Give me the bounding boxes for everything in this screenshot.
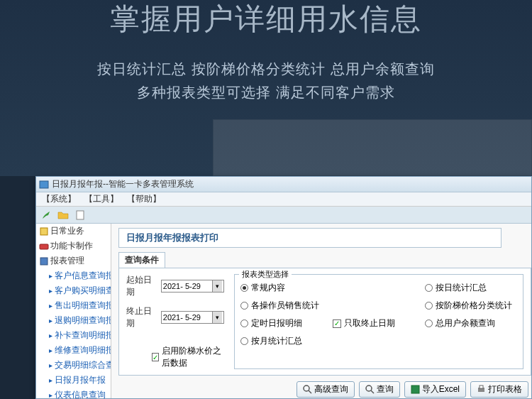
- radio-icon: [240, 284, 248, 292]
- search-header: 查询条件: [118, 252, 165, 268]
- sidebar-item-5[interactable]: ▸维修查询明细报: [46, 343, 111, 358]
- report-icon: [39, 256, 49, 266]
- end-date-label: 终止日期: [126, 305, 155, 329]
- arrow-icon: ▸: [49, 346, 52, 354]
- arrow-icon: ▸: [49, 391, 52, 398]
- date-block: 起始日期 2021- 5-29 ▾ 终止日期 2021- 5-29: [126, 274, 224, 369]
- dropdown-icon[interactable]: ▾: [212, 312, 222, 323]
- report-type-group: 报表类型选择 常规内容 按日统计汇总 各操作员销售统计 按阶梯价格分类统计 定时…: [234, 274, 523, 369]
- card-icon: [39, 241, 49, 251]
- svg-rect-4: [40, 258, 48, 265]
- menu-system[interactable]: 【系统】: [42, 193, 76, 205]
- background-ghost-window: [213, 119, 532, 176]
- end-date-input[interactable]: 2021- 5-29 ▾: [161, 311, 224, 324]
- sidebar-tree: 日常业务 功能卡制作 报表管理 ▸客户信息查询报 ▸客户购买明细查 ▸售出明细查…: [36, 224, 111, 398]
- radio-icon: [425, 302, 433, 310]
- promo-banner: 掌握用户详细用水信息 按日统计汇总 按阶梯价格分类统计 总用户余额查询 多种报表…: [0, 0, 532, 176]
- promo-title: 掌握用户详细用水信息: [0, 0, 532, 37]
- promo-line2: 多种报表类型可选择 满足不同客户需求: [0, 83, 532, 102]
- checkbox-icon[interactable]: ✓: [152, 353, 159, 361]
- radio-icon: [240, 319, 248, 327]
- app-icon: [39, 180, 49, 190]
- adv-query-button[interactable]: 高级查询: [297, 381, 355, 398]
- book-icon: [39, 226, 49, 236]
- radio-daily-sum[interactable]: 按日统计汇总: [425, 282, 517, 294]
- menu-tools[interactable]: 【工具】: [84, 193, 118, 205]
- radio-operator[interactable]: 各操作员销售统计: [240, 300, 333, 312]
- sidebar-item-3[interactable]: ▸退购明细查询报: [46, 313, 111, 328]
- sidebar-item-0[interactable]: ▸客户信息查询报: [46, 268, 111, 283]
- svg-line-8: [371, 390, 374, 393]
- search-icon: [303, 385, 312, 394]
- sidebar-card[interactable]: 功能卡制作: [36, 239, 111, 253]
- arrow-icon: ▸: [49, 376, 52, 384]
- arrow-icon: ▸: [49, 332, 52, 339]
- main-panel: 日报月报年报报表打印 查询条件 起始日期 2021- 5-29 ▾: [111, 224, 531, 398]
- app-window: 日报月报年报--智能一卡多表管理系统 【系统】 【工具】 【帮助】 日常业务 功…: [35, 176, 532, 399]
- svg-rect-3: [40, 244, 48, 249]
- svg-rect-1: [77, 211, 84, 219]
- only-end-date-checkbox[interactable]: ✓只取终止日期: [333, 317, 425, 329]
- svg-rect-11: [480, 386, 483, 388]
- panel-title: 日报月报年报报表打印: [118, 228, 501, 248]
- checkbox-icon: ✓: [333, 319, 341, 328]
- menubar: 【系统】 【工具】 【帮助】: [36, 192, 531, 207]
- radio-icon: [425, 284, 433, 292]
- arrow-icon: ▸: [49, 287, 52, 295]
- print-icon: [477, 385, 486, 394]
- radio-icon: [240, 337, 248, 345]
- svg-point-7: [366, 386, 372, 391]
- arrow-icon: ▸: [49, 272, 52, 280]
- print-button[interactable]: 打印表格: [470, 381, 528, 398]
- window-title: 日报月报年报--智能一卡多表管理系统: [52, 178, 194, 190]
- search-conditions: 查询条件 起始日期 2021- 5-29 ▾ 终止日期: [118, 252, 531, 376]
- start-date-label: 起始日期: [126, 274, 155, 298]
- export-excel-button[interactable]: 导入Excel: [404, 381, 466, 398]
- sidebar-item-6[interactable]: ▸交易明细综合查: [46, 358, 111, 373]
- promo-line1: 按日统计汇总 按阶梯价格分类统计 总用户余额查询: [0, 60, 532, 79]
- doc-icon[interactable]: [74, 209, 86, 221]
- dropdown-icon[interactable]: ▾: [212, 280, 222, 292]
- sidebar-item-4[interactable]: ▸补卡查询明细报: [46, 328, 111, 343]
- sidebar-daily[interactable]: 日常业务: [36, 224, 111, 239]
- radio-monthly-sum[interactable]: 按月统计汇总: [240, 335, 333, 347]
- action-bar: 高级查询 查询 导入Excel 打印表格: [118, 381, 531, 398]
- radio-normal[interactable]: 常规内容: [240, 282, 333, 294]
- run-icon[interactable]: [40, 209, 52, 221]
- radio-timed-daily[interactable]: 定时日报明细: [240, 317, 333, 329]
- radio-balance[interactable]: 总用户余额查询: [425, 317, 517, 329]
- report-group-title: 报表类型选择: [239, 269, 292, 280]
- radio-icon: [240, 302, 248, 310]
- sidebar-item-1[interactable]: ▸客户购买明细查: [46, 283, 111, 298]
- sidebar-item-8[interactable]: ▸仪表信息查询: [46, 388, 111, 398]
- excel-icon: [411, 385, 420, 394]
- arrow-icon: ▸: [49, 302, 52, 310]
- svg-point-5: [304, 386, 309, 391]
- svg-rect-2: [40, 228, 48, 235]
- sidebar-item-7[interactable]: ▸日报月报年报: [46, 373, 111, 388]
- radio-icon: [425, 319, 433, 327]
- sidebar-item-2[interactable]: ▸售出明细查询报: [46, 298, 111, 313]
- folder-icon[interactable]: [57, 209, 69, 221]
- window-titlebar[interactable]: 日报月报年报--智能一卡多表管理系统: [36, 177, 531, 192]
- svg-rect-9: [411, 386, 419, 393]
- arrow-icon: ▸: [49, 361, 52, 369]
- svg-line-6: [309, 390, 311, 393]
- sidebar-report-children: ▸客户信息查询报 ▸客户购买明细查 ▸售出明细查询报 ▸退购明细查询报 ▸补卡查…: [36, 268, 111, 398]
- radio-tier-price[interactable]: 按阶梯价格分类统计: [425, 300, 517, 312]
- query-button[interactable]: 查询: [359, 381, 400, 398]
- svg-rect-0: [40, 181, 48, 188]
- tier-checkbox-row[interactable]: ✓ 启用阶梯水价之后数据: [152, 345, 224, 369]
- toolbar: [36, 207, 531, 224]
- arrow-icon: ▸: [49, 317, 52, 324]
- sidebar-report-mgmt[interactable]: 报表管理: [36, 253, 111, 268]
- start-date-input[interactable]: 2021- 5-29 ▾: [161, 280, 224, 293]
- search-icon: [365, 385, 375, 394]
- menu-help[interactable]: 【帮助】: [127, 193, 161, 205]
